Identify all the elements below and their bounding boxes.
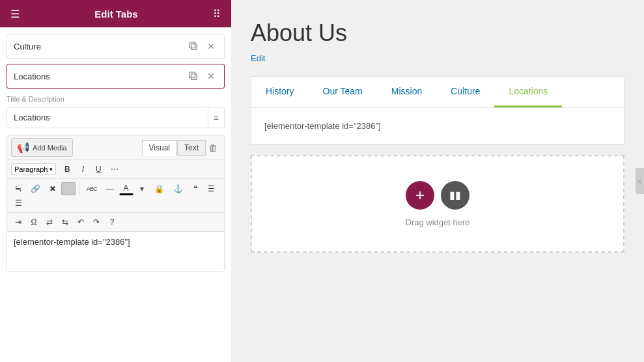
align-right-button[interactable]: ☰ [11,197,26,210]
color-picker-button[interactable] [61,182,76,195]
plus-icon: + [415,186,425,204]
list-icon-button[interactable]: ≡ [208,109,224,127]
editor-top-bar: 📢 Add Media Visual Text 🗑 [7,135,224,160]
unlink-button[interactable]: ✖ [46,182,60,195]
indent-button[interactable]: ⇥ [11,216,25,229]
list-indent-button[interactable]: ⇄ [42,216,57,229]
align-center-button[interactable]: ☰ [204,182,219,195]
italic-button[interactable]: I [76,163,90,176]
tab-content-text: [elementor-template id="2386"] [264,121,381,131]
edit-link[interactable]: Edit [251,53,265,63]
lock-button[interactable]: 🔒 [150,182,168,195]
hr-button[interactable]: — [102,182,118,195]
svg-rect-1 [189,42,195,48]
editor-trash-button[interactable]: 🗑 [206,140,220,156]
editor-content[interactable]: [elementor-template id="2386"] [7,232,224,271]
undo-button[interactable]: ↶ [74,216,88,229]
text-tab[interactable]: Text [177,140,206,156]
editor-tab-group: Visual Text 🗑 [142,140,220,156]
tab-item-locations-actions: ✕ [186,70,217,83]
align-left-button[interactable]: ⋯ [107,163,122,176]
tab-content-area: [elementor-template id="2386"] [251,108,624,144]
abc-button[interactable]: ABC [83,184,101,194]
omega-button[interactable]: Ω [27,216,41,229]
svg-rect-0 [191,44,197,50]
menu-icon: ▮▮ [449,189,461,201]
tab-label-locations: Locations [14,72,186,81]
drag-widget-area: + ▮▮ Drag widget here [251,155,624,253]
panel-header: ☰ Edit Tabs ⠿ [0,0,231,27]
add-widget-button[interactable]: + [406,181,434,210]
right-panel: About Us Edit History Our Team Mission C… [231,0,644,362]
grid-icon[interactable]: ⠿ [213,8,221,20]
toolbar-divider1 [79,183,79,195]
visual-tab[interactable]: Visual [142,140,177,156]
editor-toolbar-row2: ≒ 🔗 ✖ ABC — A ▾ 🔒 ⚓ ❝ ☰ ☰ [7,179,224,213]
editor-toolbar-row1: Paragraph ▾ B I U ⋯ [7,160,224,179]
chevron-left-icon: ‹ [639,178,641,185]
editor-text: [elementor-template id="2386"] [14,237,130,247]
editor-toolbar-row3: ⇥ Ω ⇄ ⇆ ↶ ↷ ? [7,213,224,232]
panel-scroll-area: Culture ✕ Locations ✕ [0,27,231,362]
page-title: About Us [251,20,624,47]
text-color-dropdown[interactable]: ▾ [135,182,149,195]
title-input-row: ≡ [7,107,225,128]
tab-nav-mission[interactable]: Mission [377,77,436,107]
tab-nav-locations[interactable]: Locations [494,77,562,107]
add-media-button[interactable]: 📢 Add Media [11,138,73,157]
link-button[interactable]: 🔗 [27,182,44,195]
drag-label: Drag widget here [406,217,470,227]
tab-nav-culture[interactable]: Culture [436,77,494,107]
widget-menu-button[interactable]: ▮▮ [441,181,469,210]
help-button[interactable]: ? [105,216,119,229]
close-culture-button[interactable]: ✕ [204,40,217,53]
hamburger-icon[interactable]: ☰ [10,8,20,20]
list-outdent-button[interactable]: ⇆ [58,216,72,229]
add-media-icon: 📢 [17,141,30,154]
panel-title: Edit Tabs [20,8,213,20]
left-panel: ☰ Edit Tabs ⠿ Culture ✕ Locations [0,0,231,362]
redo-button[interactable]: ↷ [89,216,104,229]
underline-button[interactable]: U [91,163,105,176]
add-media-label: Add Media [33,144,67,152]
svg-rect-2 [191,74,197,80]
text-color-button[interactable]: A [119,182,133,195]
tabs-widget: History Our Team Mission Culture Locatio… [251,76,624,145]
section-label: Title & Description [7,95,225,103]
svg-rect-3 [189,72,195,78]
title-input[interactable] [7,107,208,128]
copy-locations-button[interactable] [186,70,201,83]
tab-item-culture-actions: ✕ [186,40,217,53]
tab-nav-history[interactable]: History [251,77,309,107]
copy-culture-button[interactable] [186,40,201,53]
collapse-handle[interactable]: ‹ [636,168,644,194]
tab-item-culture: Culture ✕ [7,34,225,59]
paragraph-dropdown-icon: ▾ [49,166,53,173]
tab-label-culture: Culture [14,42,186,51]
close-locations-button[interactable]: ✕ [204,70,217,83]
tab-nav-our-team[interactable]: Our Team [309,77,377,107]
blockquote-button[interactable]: ❝ [188,182,203,195]
editor-area: 📢 Add Media Visual Text 🗑 Paragraph ▾ B … [7,135,225,272]
paragraph-select[interactable]: Paragraph ▾ [11,163,56,175]
tab-item-locations: Locations ✕ [7,64,225,89]
drag-buttons: + ▮▮ [406,181,469,210]
tabs-nav: History Our Team Mission Culture Locatio… [251,77,624,108]
list-button[interactable]: ≒ [11,182,25,195]
bold-button[interactable]: B [60,163,74,176]
anchor-button[interactable]: ⚓ [169,182,187,195]
